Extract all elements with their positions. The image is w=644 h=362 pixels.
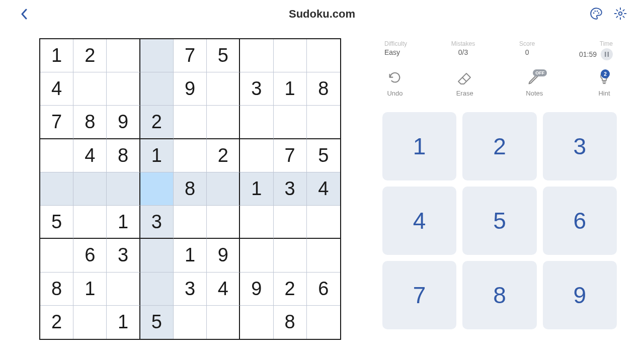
cell-r2-c8[interactable]: 1 <box>274 72 307 106</box>
cell-r8-c9[interactable]: 6 <box>307 273 340 306</box>
cell-r7-c7[interactable] <box>240 239 273 272</box>
cell-r2-c1[interactable]: 4 <box>40 72 73 106</box>
cell-r9-c8[interactable]: 8 <box>274 306 307 339</box>
cell-r4-c7[interactable] <box>240 139 273 172</box>
cell-r5-c8[interactable]: 3 <box>274 172 307 206</box>
cell-r7-c6[interactable]: 9 <box>207 239 240 272</box>
cell-r6-c3[interactable]: 1 <box>107 206 140 239</box>
cell-r9-c5[interactable] <box>174 306 207 339</box>
cell-r9-c2[interactable] <box>73 306 107 339</box>
cell-r3-c7[interactable] <box>240 106 273 139</box>
numkey-3[interactable]: 3 <box>543 112 617 180</box>
cell-r3-c6[interactable] <box>207 106 240 139</box>
cell-r8-c7[interactable]: 9 <box>240 273 273 306</box>
time-value: 01:59 <box>579 50 597 58</box>
cell-r1-c2[interactable]: 2 <box>73 39 107 72</box>
cell-r8-c5[interactable]: 3 <box>174 273 207 306</box>
cell-r3-c3[interactable]: 9 <box>107 106 140 139</box>
cell-r1-c3[interactable] <box>107 39 140 72</box>
cell-r1-c1[interactable]: 1 <box>40 39 73 72</box>
cell-r1-c8[interactable] <box>274 39 307 72</box>
cell-r7-c4[interactable] <box>140 239 174 272</box>
cell-r7-c3[interactable]: 3 <box>107 239 140 272</box>
numkey-7[interactable]: 7 <box>382 261 456 329</box>
cell-r9-c1[interactable]: 2 <box>40 306 73 339</box>
cell-r2-c2[interactable] <box>73 72 107 106</box>
cell-r9-c9[interactable] <box>307 306 340 339</box>
cell-r8-c1[interactable]: 8 <box>40 273 73 306</box>
mistakes-label: Mistakes <box>451 40 475 47</box>
cell-r3-c2[interactable]: 8 <box>73 106 107 139</box>
cell-r1-c9[interactable] <box>307 39 340 72</box>
pause-button[interactable] <box>601 48 613 60</box>
cell-r4-c3[interactable]: 8 <box>107 139 140 172</box>
cell-r7-c1[interactable] <box>40 239 73 272</box>
cell-r7-c9[interactable] <box>307 239 340 272</box>
notes-button[interactable]: OFF Notes <box>526 71 543 97</box>
cell-r4-c9[interactable]: 5 <box>307 139 340 172</box>
cell-r7-c5[interactable]: 1 <box>174 239 207 272</box>
cell-r8-c3[interactable] <box>107 273 140 306</box>
cell-r5-c5[interactable]: 8 <box>174 172 207 206</box>
cell-r2-c6[interactable] <box>207 72 240 106</box>
numkey-5[interactable]: 5 <box>462 187 536 255</box>
cell-r7-c2[interactable]: 6 <box>73 239 107 272</box>
cell-r3-c8[interactable] <box>274 106 307 139</box>
cell-r5-c7[interactable]: 1 <box>240 172 273 206</box>
numkey-4[interactable]: 4 <box>382 187 456 255</box>
cell-r4-c6[interactable]: 2 <box>207 139 240 172</box>
numkey-6[interactable]: 6 <box>543 187 617 255</box>
cell-r2-c9[interactable]: 8 <box>307 72 340 106</box>
cell-r5-c9[interactable]: 4 <box>307 172 340 206</box>
numkey-8[interactable]: 8 <box>462 261 536 329</box>
cell-r6-c7[interactable] <box>240 206 273 239</box>
cell-r1-c5[interactable]: 7 <box>174 39 207 72</box>
cell-r2-c3[interactable] <box>107 72 140 106</box>
cell-r2-c5[interactable]: 9 <box>174 72 207 106</box>
cell-r6-c5[interactable] <box>174 206 207 239</box>
cell-r2-c4[interactable] <box>140 72 174 106</box>
cell-r4-c5[interactable] <box>174 139 207 172</box>
cell-r8-c8[interactable]: 2 <box>274 273 307 306</box>
cell-r3-c4[interactable]: 2 <box>140 106 174 139</box>
hint-button[interactable]: 2 Hint <box>596 71 613 97</box>
cell-r9-c3[interactable]: 1 <box>107 306 140 339</box>
cell-r6-c6[interactable] <box>207 206 240 239</box>
numkey-2[interactable]: 2 <box>462 112 536 180</box>
cell-r3-c5[interactable] <box>174 106 207 139</box>
cell-r9-c4[interactable]: 5 <box>140 306 174 339</box>
cell-r8-c6[interactable]: 4 <box>207 273 240 306</box>
cell-r3-c9[interactable] <box>307 106 340 139</box>
cell-r7-c8[interactable] <box>274 239 307 272</box>
cell-r5-c4[interactable] <box>140 172 174 206</box>
cell-r4-c4[interactable]: 1 <box>140 139 174 172</box>
cell-r9-c6[interactable] <box>207 306 240 339</box>
numkey-1[interactable]: 1 <box>382 112 456 180</box>
cell-r6-c4[interactable]: 3 <box>140 206 174 239</box>
cell-r1-c4[interactable] <box>140 39 174 72</box>
erase-button[interactable]: Erase <box>456 71 473 97</box>
cell-r9-c7[interactable] <box>240 306 273 339</box>
cell-r2-c7[interactable]: 3 <box>240 72 273 106</box>
cell-r5-c6[interactable] <box>207 172 240 206</box>
cell-r6-c1[interactable]: 5 <box>40 206 73 239</box>
numkey-9[interactable]: 9 <box>543 261 617 329</box>
theme-button[interactable] <box>589 6 604 21</box>
cell-r8-c4[interactable] <box>140 273 174 306</box>
cell-r6-c9[interactable] <box>307 206 340 239</box>
cell-r4-c2[interactable]: 4 <box>73 139 107 172</box>
cell-r4-c1[interactable] <box>40 139 73 172</box>
cell-r1-c6[interactable]: 5 <box>207 39 240 72</box>
cell-r6-c2[interactable] <box>73 206 107 239</box>
undo-button[interactable]: Undo <box>386 71 404 97</box>
settings-button[interactable] <box>613 6 628 21</box>
cell-r5-c3[interactable] <box>107 172 140 206</box>
cell-r4-c8[interactable]: 7 <box>274 139 307 172</box>
cell-r6-c8[interactable] <box>274 206 307 239</box>
cell-r1-c7[interactable] <box>240 39 273 72</box>
cell-r5-c2[interactable] <box>73 172 107 206</box>
cell-r3-c1[interactable]: 7 <box>40 106 73 139</box>
cell-r5-c1[interactable] <box>40 172 73 206</box>
cell-r8-c2[interactable]: 1 <box>73 273 107 306</box>
back-button[interactable] <box>17 7 31 21</box>
